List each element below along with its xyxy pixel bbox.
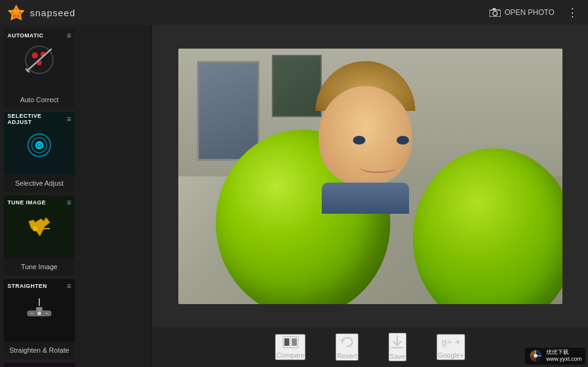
tool-selective-adjust[interactable]: SELECTIVE ADJUST ≡ B Selective Adjust [4,112,75,193]
more-menu-button[interactable]: ⋮ [564,3,581,22]
revert-icon [340,335,355,350]
child-smile [359,161,397,173]
grip-icon: ≡ [67,32,71,39]
app-title: snapseed [30,7,75,18]
svg-point-54 [534,354,537,358]
svg-point-4 [493,11,498,16]
tool-selective-caption: Selective Adjust [4,174,75,192]
tool-crop[interactable]: CROP ≡ Crop [4,363,75,367]
svg-text:g+: g+ [441,337,452,347]
camera-icon [489,8,501,17]
tune-icon [22,210,56,244]
child-shirt [322,183,409,214]
svg-line-10 [27,49,51,70]
tool-tune-name: TUNE IMAGE [7,199,46,206]
svg-rect-21 [36,307,42,311]
child-eye-left [353,136,365,145]
photo-window [197,61,259,161]
tool-straighten-caption: Straighten & Rotate [4,341,75,359]
straighten-icon [22,293,56,327]
watermark: 优优下载 www.yyxt.com [525,348,586,365]
tool-label-bar: CROP ≡ [4,363,75,367]
tool-auto-correct-caption: Auto Correct [4,91,75,108]
tool-straighten[interactable]: STRAIGHTEN ≡ Straighten & Rotate [4,279,75,360]
compare-icon [282,335,299,349]
open-photo-label: OPEN PHOTO [504,8,554,17]
tool-selective-name: SELECTIVE ADJUST [7,113,42,125]
revert-button[interactable]: Revert [335,333,358,361]
header-left: snapseed [7,4,75,21]
svg-point-18 [32,226,37,231]
tool-straighten-thumb: STRAIGHTEN ≡ [4,279,75,341]
header-right: OPEN PHOTO ⋮ [489,3,581,22]
googleplus-label: Google+ [438,351,464,359]
tool-straighten-name: STRAIGHTEN [7,283,47,289]
tool-tune-image[interactable]: TUNE IMAGE ≡ Tune Image [4,196,75,277]
revert-label: Revert [337,352,357,360]
main-area: Compare Revert Save g+ Google+ [152,25,588,367]
svg-text:B: B [37,142,42,149]
watermark-text: 优优下载 www.yyxt.com [546,349,582,363]
tool-tune-thumb: TUNE IMAGE ≡ [4,196,75,258]
photo-canvas [178,49,562,304]
tool-auto-correct-name: AUTOMATIC [7,32,44,39]
child-face [319,86,412,186]
watermark-logo-icon [529,349,542,363]
tool-label-bar: SELECTIVE ADJUST ≡ [4,112,75,126]
tool-auto-correct-thumb: AUTOMATIC ≡ [4,29,75,91]
svg-point-2 [13,9,19,16]
tool-crop-thumb: CROP ≡ [4,363,75,367]
save-icon [390,334,405,350]
auto-correct-icon [22,43,56,77]
app-header: snapseed OPEN PHOTO ⋮ [0,0,588,25]
bottom-toolbar: Compare Revert Save g+ Google+ [152,327,588,367]
grip-icon: ≡ [67,115,71,123]
tool-selective-thumb: SELECTIVE ADJUST ≡ B [4,112,75,174]
child-eye-right [397,136,409,145]
save-label: Save [390,353,405,360]
photo-frame [177,35,564,317]
tool-label-bar: STRAIGHTEN ≡ [4,279,75,293]
tools-sidebar: AUTOMATIC ≡ Auto Correct SELECTIVE ADJUS… [0,25,150,367]
googleplus-icon: g+ [441,335,460,349]
svg-rect-46 [284,338,289,346]
svg-rect-5 [493,8,496,10]
compare-button[interactable]: Compare [275,334,306,360]
child-eyes [353,136,409,145]
googleplus-button[interactable]: g+ Google+ [436,334,465,360]
svg-point-7 [32,52,38,59]
tool-tune-caption: Tune Image [4,258,75,275]
tool-label-bar: AUTOMATIC ≡ [4,29,75,42]
photo-container [152,25,588,327]
open-photo-button[interactable]: OPEN PHOTO [489,8,554,17]
selective-icon: B [22,126,56,160]
tool-label-bar: TUNE IMAGE ≡ [4,196,75,209]
save-button[interactable]: Save [388,333,407,361]
compare-label: Compare [276,351,304,359]
tool-auto-correct[interactable]: AUTOMATIC ≡ Auto Correct [4,29,75,110]
svg-marker-48 [340,340,345,342]
grip-icon: ≡ [67,282,71,290]
snapseed-logo-icon [7,4,25,21]
svg-point-23 [37,312,41,315]
child-figure [303,61,428,211]
grip-icon: ≡ [67,199,71,206]
svg-rect-47 [292,338,297,346]
